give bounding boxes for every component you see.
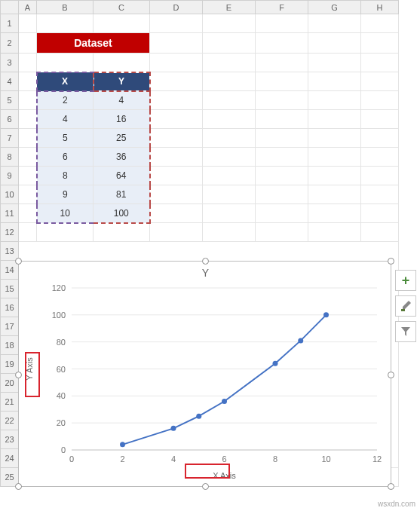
chart-object[interactable]: Y020406080100120024681012X AxisY Axis: [18, 261, 391, 487]
highlight-y-axis: [25, 352, 40, 397]
column-header-row: ABCDEFGH: [1, 1, 399, 14]
chart-elements-button[interactable]: +: [395, 270, 416, 291]
svg-text:0: 0: [69, 454, 74, 464]
plus-icon: +: [402, 273, 410, 289]
table-cell[interactable]: 5: [37, 129, 94, 148]
chart-filter-button[interactable]: [395, 321, 416, 342]
table-cell[interactable]: 25: [94, 129, 150, 148]
svg-text:80: 80: [57, 338, 66, 347]
svg-point-23: [171, 426, 176, 431]
svg-text:8: 8: [273, 454, 277, 464]
table-cell[interactable]: 4: [94, 91, 150, 110]
svg-text:10: 10: [321, 454, 330, 464]
table-cell[interactable]: 8: [37, 167, 94, 185]
chart-styles-button[interactable]: [395, 295, 416, 317]
line-chart: Y020406080100120024681012X AxisY Axis: [19, 262, 392, 487]
svg-text:20: 20: [57, 418, 66, 427]
table-cell[interactable]: 64: [94, 167, 150, 185]
table-cell[interactable]: 4: [37, 110, 94, 129]
svg-text:4: 4: [171, 454, 176, 464]
brush-icon: [400, 300, 412, 312]
svg-text:60: 60: [57, 365, 66, 374]
svg-point-28: [323, 312, 329, 317]
table-cell[interactable]: 10: [37, 204, 94, 223]
highlight-x-axis: [185, 464, 230, 479]
svg-text:100: 100: [52, 311, 66, 320]
svg-point-26: [273, 361, 278, 366]
svg-text:0: 0: [61, 445, 66, 454]
filter-icon: [400, 326, 411, 337]
table-cell[interactable]: 6: [37, 148, 94, 167]
svg-point-24: [196, 414, 201, 419]
chart-toolbar: +: [395, 270, 416, 347]
svg-point-27: [298, 338, 303, 343]
svg-text:12: 12: [372, 454, 382, 464]
table-cell[interactable]: 81: [94, 185, 150, 204]
dataset-title: Dataset: [37, 33, 150, 54]
table-header-x[interactable]: X: [37, 72, 94, 91]
svg-text:2: 2: [120, 454, 124, 464]
table-header-y[interactable]: Y: [94, 72, 150, 91]
svg-text:120: 120: [52, 283, 66, 292]
svg-text:Y: Y: [202, 267, 210, 279]
svg-text:6: 6: [222, 454, 226, 464]
table-cell[interactable]: 9: [37, 185, 94, 204]
table-cell[interactable]: 2: [37, 91, 94, 110]
svg-rect-30: [401, 309, 405, 311]
svg-point-22: [120, 442, 125, 447]
table-cell[interactable]: 36: [94, 148, 150, 167]
table-cell[interactable]: 100: [94, 204, 150, 223]
table-cell[interactable]: 16: [94, 110, 150, 129]
svg-text:40: 40: [57, 391, 66, 400]
svg-point-25: [222, 399, 227, 404]
